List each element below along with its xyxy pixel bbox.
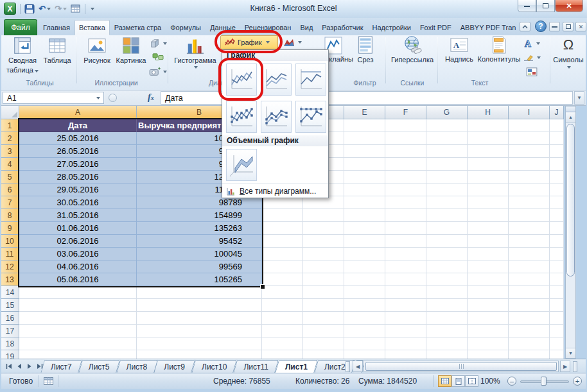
row-header-1[interactable]: 1: [1, 119, 19, 132]
vertical-scrollbar[interactable]: ▲ ▼: [565, 106, 576, 359]
help-button[interactable]: ?: [535, 21, 547, 32]
ribbon-tab-5[interactable]: Рецензирован: [240, 20, 296, 35]
row-header-12[interactable]: 12: [1, 260, 19, 273]
row-header-17[interactable]: 17: [1, 325, 19, 337]
minimize-button[interactable]: [518, 0, 536, 12]
date-cell[interactable]: 03.06.2016: [19, 248, 137, 260]
column-header-G[interactable]: G: [426, 106, 468, 119]
value-cell[interactable]: 100045: [137, 248, 262, 260]
screenshot-button[interactable]: [148, 65, 168, 78]
picture-button[interactable]: Рисунок: [81, 36, 113, 65]
ribbon-tab-6[interactable]: Вид: [295, 20, 317, 35]
ribbon-tab-9[interactable]: Foxit PDF: [416, 20, 456, 35]
graph-button[interactable]: График: [220, 35, 278, 49]
row-header-15[interactable]: 15: [1, 299, 19, 312]
restore-button[interactable]: [536, 0, 555, 12]
row-header-8[interactable]: 8: [1, 209, 19, 222]
ribbon-tab-4[interactable]: Данные: [206, 20, 240, 35]
ribbon-tab-0[interactable]: Главная: [39, 20, 74, 35]
scroll-left-button[interactable]: ◀: [353, 361, 363, 372]
select-all-corner[interactable]: [1, 106, 19, 119]
ribbon-tab-2[interactable]: Разметка стра: [110, 20, 166, 35]
value-cell[interactable]: 105265: [137, 273, 262, 286]
ribbon-tab-7[interactable]: Разработчик: [317, 20, 367, 35]
collapse-ribbon-button[interactable]: [520, 22, 530, 31]
row-header-4[interactable]: 4: [1, 158, 19, 171]
date-cell[interactable]: 31.05.2016: [19, 209, 137, 222]
scroll-down-button[interactable]: ▼: [566, 348, 575, 358]
row-header-10[interactable]: 10: [1, 235, 19, 248]
ribbon-tab-10[interactable]: ABBYY PDF Tran: [456, 20, 521, 35]
horizontal-scroll-thumb[interactable]: [365, 362, 557, 371]
value-cell[interactable]: 95452: [137, 235, 262, 248]
histogram-button[interactable]: Гистограмма: [171, 36, 220, 69]
scroll-right-button[interactable]: ▶: [560, 361, 570, 372]
sheet-tab-4[interactable]: Лист10: [193, 360, 235, 373]
headerfooter-button[interactable]: Колонтитулы: [477, 36, 521, 64]
column-header-J[interactable]: J: [550, 106, 564, 119]
window-close-button[interactable]: ✕: [575, 22, 586, 31]
tab-split-handle[interactable]: [346, 361, 350, 372]
vertical-scroll-thumb[interactable]: [566, 124, 575, 277]
date-cell[interactable]: 30.05.2016: [19, 196, 137, 209]
smartart-button[interactable]: [148, 51, 168, 64]
page-break-view-button[interactable]: [465, 375, 478, 387]
chart-type-line-stacked[interactable]: [261, 64, 292, 96]
object-button[interactable]: [521, 65, 542, 78]
date-cell[interactable]: 01.06.2016: [19, 222, 137, 235]
row-header-13[interactable]: 13: [1, 273, 19, 286]
chart-type-line-marker[interactable]: [226, 101, 257, 133]
sheet-tab-3[interactable]: Лист9: [155, 360, 193, 373]
scrollbar-resize-handle[interactable]: [573, 361, 577, 372]
value-cell[interactable]: 135263: [137, 222, 262, 235]
row-header-7[interactable]: 7: [1, 196, 19, 209]
zoom-level[interactable]: 100%: [480, 377, 500, 386]
symbols-button[interactable]: Ω Символы: [552, 35, 584, 69]
chart-type-line-100[interactable]: [295, 64, 326, 96]
column-header-H[interactable]: H: [468, 106, 509, 119]
chart-type-line-marker-stacked[interactable]: [261, 101, 292, 133]
zoom-out-button[interactable]: –: [507, 377, 516, 386]
next-sheet-button[interactable]: [25, 362, 33, 371]
column-header-E[interactable]: E: [344, 106, 385, 119]
tab-file[interactable]: Файл: [4, 19, 37, 35]
value-cell[interactable]: 99569: [137, 260, 262, 273]
signature-line-button[interactable]: [521, 51, 542, 64]
all-chart-types-item[interactable]: Все типы диаграмм...: [222, 183, 328, 198]
ribbon-tab-1[interactable]: Вставка: [74, 20, 110, 35]
table-header-cell[interactable]: Дата: [19, 119, 137, 132]
row-header-6[interactable]: 6: [1, 183, 19, 196]
page-layout-view-button[interactable]: [451, 375, 465, 387]
row-header-16[interactable]: 16: [1, 312, 19, 325]
date-cell[interactable]: 25.05.2016: [19, 132, 137, 145]
date-cell[interactable]: 28.05.2016: [19, 171, 137, 183]
column-header-I[interactable]: I: [509, 106, 550, 119]
sheet-tab-0[interactable]: Лист7: [42, 360, 80, 373]
column-header-A[interactable]: A: [19, 106, 137, 119]
expand-formula-bar-button[interactable]: ▼: [574, 91, 584, 105]
date-cell[interactable]: 27.05.2016: [19, 158, 137, 171]
insert-function-button[interactable]: fx: [148, 92, 154, 103]
sheet-tab-6[interactable]: Лист1: [277, 360, 316, 373]
hyperlink-button[interactable]: Гиперссылка: [388, 35, 437, 64]
row-header-18[interactable]: 18: [1, 337, 19, 350]
split-handle[interactable]: [566, 107, 575, 112]
chart-type-line-marker-100[interactable]: [295, 101, 326, 133]
row-header-3[interactable]: 3: [1, 145, 19, 158]
clipart-button[interactable]: Картинка: [113, 36, 149, 65]
window-minimize-button[interactable]: [549, 22, 560, 31]
chart-type-line[interactable]: [226, 64, 257, 96]
sheet-tab-2[interactable]: Лист8: [118, 360, 156, 373]
column-header-F[interactable]: F: [385, 106, 426, 119]
macro-record-button[interactable]: [44, 377, 53, 387]
sheet-tab-5[interactable]: Лист11: [235, 360, 277, 373]
ribbon-tab-8[interactable]: Надстройки: [368, 20, 416, 35]
row-header-9[interactable]: 9: [1, 222, 19, 235]
date-cell[interactable]: 02.06.2016: [19, 235, 137, 248]
zoom-slider-thumb[interactable]: [541, 377, 547, 386]
date-cell[interactable]: 04.06.2016: [19, 260, 137, 273]
date-cell[interactable]: 29.05.2016: [19, 183, 137, 196]
row-header-14[interactable]: 14: [1, 286, 19, 299]
ribbon-tab-3[interactable]: Формулы: [166, 20, 206, 35]
zoom-in-button[interactable]: +: [573, 377, 582, 386]
